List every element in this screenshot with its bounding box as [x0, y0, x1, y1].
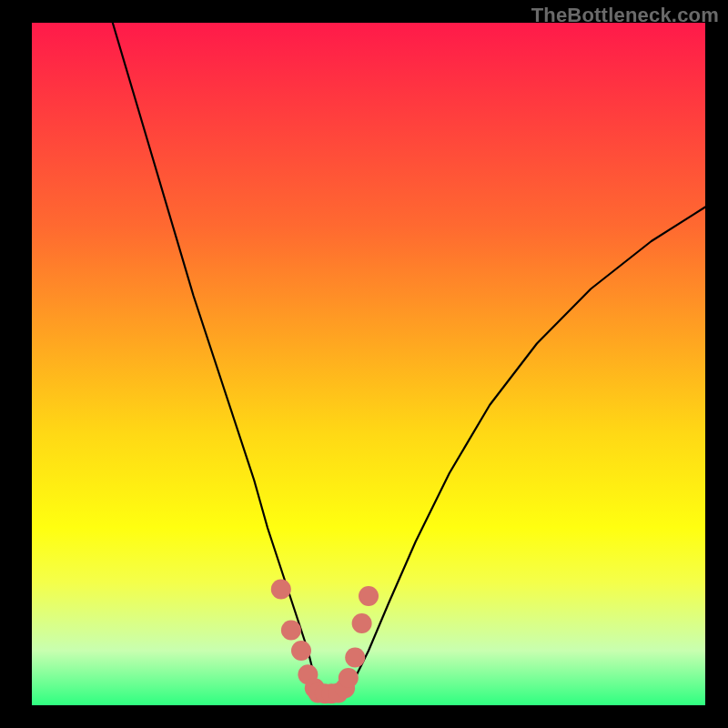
chart-plot-area: [32, 23, 705, 705]
bottleneck-curve: [113, 23, 705, 695]
svg-point-12: [352, 613, 372, 633]
svg-point-0: [271, 580, 291, 600]
chart-svg: [32, 23, 705, 705]
chart-frame: TheBottleneck.com: [0, 0, 728, 728]
marker-dots: [271, 580, 379, 704]
svg-point-10: [339, 668, 359, 688]
svg-point-13: [359, 586, 379, 606]
svg-point-2: [291, 641, 311, 661]
svg-point-11: [345, 648, 365, 668]
svg-point-1: [281, 621, 301, 641]
watermark-text: TheBottleneck.com: [531, 4, 719, 27]
